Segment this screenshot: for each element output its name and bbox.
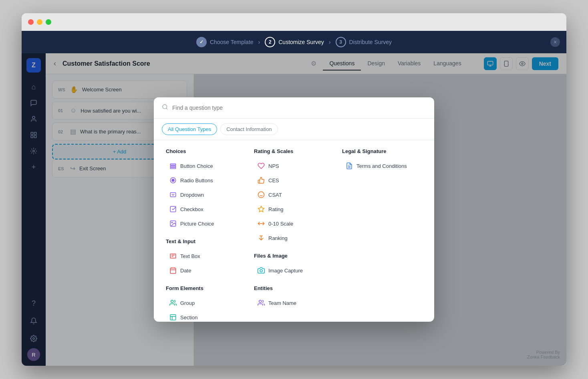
- step-label-2: Customize Survey: [278, 39, 324, 45]
- step-label-3: Distribute Survey: [349, 39, 392, 45]
- steps-container: ✓ Choose Template › 2 Customize Survey ›…: [196, 37, 392, 47]
- qt-section[interactable]: Section: [166, 310, 246, 322]
- svg-marker-38: [258, 206, 264, 212]
- qt-button-choice[interactable]: Button Choice: [166, 159, 246, 173]
- rating-scales-title: Rating & Scales: [254, 148, 334, 154]
- choices-section: Choices Button Choice: [166, 148, 246, 230]
- ces-icon: [257, 176, 265, 184]
- qt-dropdown[interactable]: Dropdown: [166, 188, 246, 202]
- radio-buttons-label: Radio Buttons: [180, 177, 213, 183]
- qt-csat[interactable]: CSAT: [254, 188, 334, 202]
- qt-team-name[interactable]: Team Name: [254, 296, 334, 310]
- qt-nps[interactable]: NPS: [254, 159, 334, 173]
- legal-signature-section: Legal & Signature Terms and Conditions: [342, 148, 422, 173]
- app-container: ✓ Choose Template › 2 Customize Survey ›…: [22, 31, 566, 366]
- titlebar: [22, 13, 566, 31]
- qt-text-box[interactable]: Text Box: [166, 249, 246, 263]
- modal-column-3: Legal & Signature Terms and Conditions: [338, 148, 426, 322]
- step-customize-survey[interactable]: 2 Customize Survey: [265, 37, 324, 47]
- top-nav: ✓ Choose Template › 2 Customize Survey ›…: [22, 31, 566, 53]
- checkbox-label: Checkbox: [180, 206, 203, 212]
- text-input-section: Text & Input Text Box: [166, 238, 246, 277]
- app-window: ✓ Choose Template › 2 Customize Survey ›…: [22, 13, 566, 366]
- text-box-label: Text Box: [180, 253, 200, 259]
- modal-body: Choices Button Choice: [154, 140, 434, 322]
- team-name-icon: [257, 299, 265, 307]
- modal-tab-all[interactable]: All Question Types: [162, 123, 217, 135]
- qt-ranking[interactable]: Ranking: [254, 231, 334, 245]
- modal-overlay[interactable]: All Question Types Contact Information C…: [22, 53, 566, 366]
- picture-choice-label: Picture Choice: [180, 221, 214, 227]
- legal-signature-title: Legal & Signature: [342, 148, 422, 154]
- svg-rect-21: [170, 206, 176, 212]
- 0-10-scale-label: 0-10 Scale: [268, 221, 293, 227]
- modal-tabs: All Question Types Contact Information: [154, 119, 434, 140]
- svg-point-42: [260, 270, 262, 272]
- entities-title: Entities: [254, 285, 334, 291]
- step-arrow-1: ›: [258, 39, 260, 45]
- entities-section: Entities Team Name: [254, 285, 334, 310]
- qt-terms-conditions[interactable]: Terms and Conditions: [342, 159, 422, 173]
- step-circle-1: ✓: [196, 37, 207, 47]
- dropdown-icon: [169, 191, 177, 199]
- qt-group[interactable]: Group: [166, 296, 246, 310]
- qt-checkbox[interactable]: Checkbox: [166, 202, 246, 216]
- qt-ces[interactable]: CES: [254, 173, 334, 187]
- minimize-traffic-light[interactable]: [37, 19, 42, 25]
- files-image-section: Files & Image Image Capture: [254, 253, 334, 277]
- group-label: Group: [180, 300, 195, 306]
- traffic-lights: [28, 19, 51, 25]
- button-choice-label: Button Choice: [180, 163, 213, 169]
- image-capture-label: Image Capture: [268, 268, 303, 274]
- modal-tab-contact[interactable]: Contact Information: [220, 123, 278, 135]
- 0-10-scale-icon: [257, 220, 265, 228]
- terms-conditions-label: Terms and Conditions: [356, 163, 407, 169]
- svg-line-14: [166, 108, 167, 109]
- terms-conditions-icon: [345, 162, 353, 170]
- svg-point-13: [163, 105, 167, 109]
- section-label: Section: [180, 314, 197, 321]
- svg-point-43: [259, 300, 262, 302]
- csat-icon: [257, 191, 265, 199]
- svg-rect-20: [170, 193, 176, 197]
- qt-image-capture[interactable]: Image Capture: [254, 264, 334, 277]
- step-label-1: Choose Template: [210, 39, 254, 45]
- modal-column-1: Choices Button Choice: [162, 148, 250, 322]
- maximize-traffic-light[interactable]: [46, 19, 51, 25]
- qt-radio-buttons[interactable]: Radio Buttons: [166, 173, 246, 187]
- modal-search-input[interactable]: [172, 105, 426, 111]
- main-body: Z ⌂ + ?: [22, 53, 566, 366]
- rating-icon: [257, 205, 265, 213]
- svg-rect-27: [170, 268, 176, 274]
- picture-choice-icon: [169, 220, 177, 228]
- files-image-title: Files & Image: [254, 253, 334, 259]
- qt-0-10-scale[interactable]: 0-10 Scale: [254, 217, 334, 230]
- form-elements-title: Form Elements: [166, 285, 246, 291]
- qt-rating[interactable]: Rating: [254, 202, 334, 216]
- svg-point-19: [172, 179, 174, 181]
- checkbox-icon: [169, 205, 177, 213]
- close-traffic-light[interactable]: [28, 19, 34, 25]
- form-elements-section: Form Elements Group: [166, 285, 246, 322]
- date-label: Date: [180, 268, 191, 274]
- qt-picture-choice[interactable]: Picture Choice: [166, 217, 246, 230]
- close-button[interactable]: ×: [550, 37, 560, 47]
- team-name-label: Team Name: [268, 300, 296, 306]
- choices-title: Choices: [166, 148, 246, 154]
- modal-search-icon: [162, 104, 168, 112]
- text-input-title: Text & Input: [166, 238, 246, 244]
- svg-rect-15: [170, 164, 176, 165]
- step-circle-2: 2: [265, 37, 275, 47]
- qt-date[interactable]: Date: [166, 264, 246, 277]
- ces-label: CES: [268, 177, 279, 183]
- svg-point-35: [258, 192, 264, 198]
- nps-label: NPS: [268, 163, 279, 169]
- step-choose-template[interactable]: ✓ Choose Template: [196, 37, 254, 47]
- rating-scales-section: Rating & Scales NPS: [254, 148, 334, 245]
- modal-column-2: Rating & Scales NPS: [250, 148, 338, 322]
- svg-rect-32: [170, 314, 176, 320]
- modal-search-bar: [154, 97, 434, 119]
- svg-point-23: [171, 222, 172, 223]
- ranking-icon: [257, 234, 265, 242]
- step-distribute-survey[interactable]: 3 Distribute Survey: [336, 37, 392, 47]
